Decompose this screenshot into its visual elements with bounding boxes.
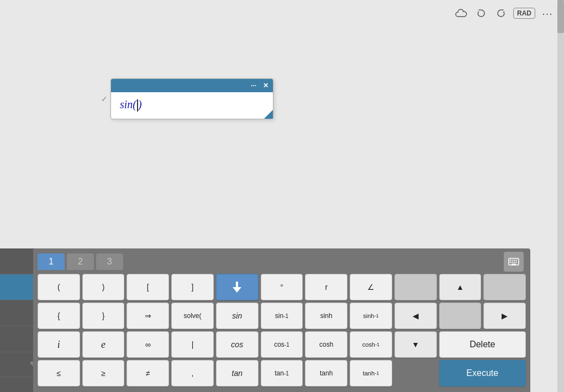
key-implies[interactable]: ⇒ <box>126 303 169 329</box>
formula-options-button[interactable]: ··· <box>249 82 259 89</box>
svg-rect-1 <box>510 260 511 261</box>
key-cos-inv[interactable]: cos-1 <box>261 331 303 358</box>
key-delete[interactable]: Delete <box>439 331 526 358</box>
key-solve[interactable]: solve( <box>171 303 214 329</box>
key-neq[interactable]: ≠ <box>126 360 169 386</box>
key-italic-i[interactable]: i <box>38 331 80 358</box>
key-nav-empty2 <box>483 274 526 300</box>
key-sinh[interactable]: sinh <box>305 303 347 329</box>
key-close-paren[interactable]: ) <box>82 274 125 300</box>
svg-rect-7 <box>514 262 515 263</box>
key-abs[interactable]: | <box>171 331 214 358</box>
formula-title-bar: ··· ✕ <box>111 79 273 92</box>
svg-rect-9 <box>512 264 516 265</box>
key-cosh-inv[interactable]: cosh-1 <box>350 331 392 358</box>
tab-1[interactable]: 1 <box>38 253 65 270</box>
key-tan[interactable]: tan <box>216 360 259 386</box>
svg-rect-4 <box>516 260 517 261</box>
key-open-brace[interactable]: { <box>38 303 80 329</box>
tabs-row: 1 2 3 <box>33 248 530 272</box>
keyboard-toggle-button[interactable] <box>504 252 524 272</box>
tabs-left: 1 2 3 <box>38 253 123 270</box>
svg-rect-5 <box>510 262 511 263</box>
more-options-icon[interactable]: ··· <box>540 4 555 22</box>
key-leq[interactable]: ≤ <box>38 360 80 386</box>
formula-content: sin() <box>111 92 273 119</box>
key-tanh-inv[interactable]: tanh-1 <box>350 360 392 386</box>
key-infinity[interactable]: ∞ <box>126 331 169 358</box>
toolbar: RAD ··· <box>454 0 564 27</box>
key-nav-up[interactable]: ▲ <box>439 274 482 300</box>
check-icon: ✓ <box>101 94 108 103</box>
key-nav-empty1 <box>394 274 437 300</box>
key-nav-center <box>439 303 482 329</box>
key-close-bracket[interactable]: ] <box>171 274 214 300</box>
key-comma[interactable]: , <box>171 360 214 386</box>
formula-text: sin() <box>120 98 142 112</box>
key-cosh[interactable]: cosh <box>305 331 347 358</box>
key-open-paren[interactable]: ( <box>38 274 80 300</box>
formula-close-button[interactable]: ✕ <box>261 82 271 89</box>
key-down-arrow[interactable] <box>216 274 259 300</box>
keyboard-area: 1 2 3 ( ) [ ] <box>33 248 530 392</box>
svg-rect-8 <box>516 262 517 263</box>
key-italic-e[interactable]: e <box>82 331 125 358</box>
key-degree[interactable]: ° <box>261 274 303 300</box>
key-geq[interactable]: ≥ <box>82 360 125 386</box>
tab-3[interactable]: 3 <box>96 253 123 270</box>
formula-box: ✓ ··· ✕ sin() <box>110 78 273 119</box>
cloud-icon[interactable] <box>454 4 469 22</box>
key-nav-right[interactable]: ▶ <box>483 303 526 329</box>
key-open-bracket[interactable]: [ <box>126 274 169 300</box>
svg-rect-10 <box>236 282 238 288</box>
key-r[interactable]: r <box>305 274 347 300</box>
undo-icon[interactable] <box>473 4 489 22</box>
key-angle[interactable]: ∠ <box>350 274 392 300</box>
keys-area: ( ) [ ] ° r ∠ ▲ { } ⇒ solve( sin sin-1 s… <box>33 272 530 390</box>
key-tan-inv[interactable]: tan-1 <box>261 360 303 386</box>
key-sin[interactable]: sin <box>216 303 259 329</box>
key-sin-inv[interactable]: sin-1 <box>261 303 303 329</box>
key-tanh[interactable]: tanh <box>305 360 347 386</box>
svg-rect-6 <box>512 262 513 263</box>
formula-corner <box>264 110 273 119</box>
svg-rect-3 <box>514 260 515 261</box>
formula-paren-close: ) <box>138 98 142 110</box>
key-cos[interactable]: cos <box>216 331 259 358</box>
rad-badge[interactable]: RAD <box>513 8 535 19</box>
key-execute[interactable]: Execute <box>439 360 526 386</box>
formula-paren: ( <box>133 98 136 110</box>
formula-sin: sin <box>120 98 133 110</box>
redo-icon[interactable] <box>493 4 509 22</box>
key-close-brace[interactable]: } <box>82 303 125 329</box>
svg-rect-2 <box>512 260 513 261</box>
key-nav-down[interactable]: ▼ <box>394 331 437 358</box>
key-nav-left[interactable]: ◀ <box>394 303 437 329</box>
tab-2[interactable]: 2 <box>67 253 94 270</box>
svg-marker-11 <box>233 287 241 293</box>
scrollbar[interactable] <box>557 0 564 392</box>
key-sinh-inv[interactable]: sinh-1 <box>350 303 392 329</box>
